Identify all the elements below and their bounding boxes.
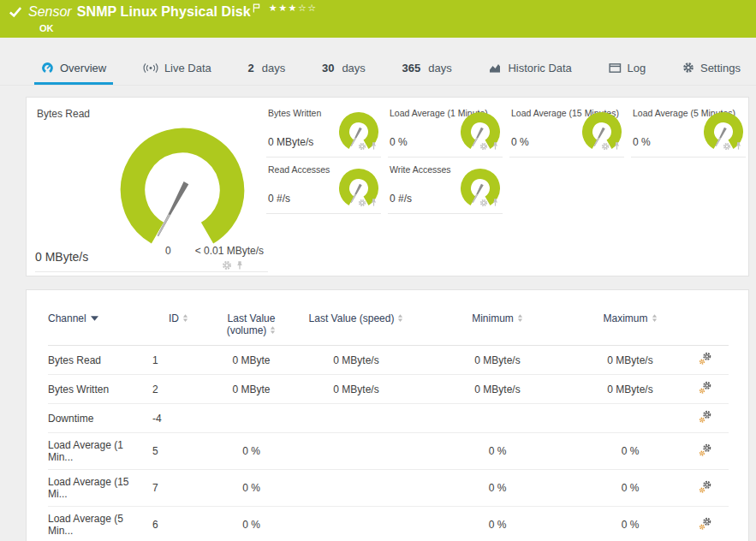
gauge-pin-icon[interactable] bbox=[370, 139, 378, 154]
object-kind-label: Sensor bbox=[28, 4, 72, 20]
tab-label: Live Data bbox=[164, 62, 211, 74]
table-row[interactable]: Bytes Written 2 0 MByte 0 MByte/s 0 MByt… bbox=[48, 375, 729, 404]
tab-label: days bbox=[342, 62, 365, 74]
sort-toggle-icon bbox=[517, 313, 523, 323]
small-gauge-value: 0 % bbox=[633, 136, 651, 148]
tab-settings[interactable]: Settings bbox=[676, 53, 747, 85]
historic-chart-icon bbox=[488, 62, 502, 74]
log-window-icon bbox=[609, 62, 622, 74]
divider bbox=[35, 271, 268, 272]
gauge-icon bbox=[41, 62, 54, 74]
primary-gauge-label: Bytes Read bbox=[37, 108, 90, 120]
small-gauge-label: Bytes Written bbox=[268, 108, 321, 118]
sensor-title: SNMP Linux Physical Disk bbox=[77, 4, 251, 20]
gauge-settings-gear-icon[interactable] bbox=[479, 139, 488, 154]
gauge-pin-icon[interactable] bbox=[613, 139, 621, 154]
table-row[interactable]: Load Average (1 Min... 5 0 % 0 % 0 % bbox=[48, 433, 729, 470]
small-gauges-grid: Bytes Written 0 MByte/s Load Average (1 … bbox=[266, 101, 746, 214]
tab-label: Overview bbox=[60, 62, 106, 74]
gauges-panel: Bytes Read 0 < 0.01 MByte/s 0 MByte/s By… bbox=[26, 97, 749, 276]
edit-channel-gears-icon[interactable] bbox=[699, 381, 712, 395]
priority-rating-stars[interactable]: ★★★☆☆ bbox=[269, 3, 318, 14]
small-gauge-cell[interactable]: Write Accesses 0 #/s bbox=[388, 158, 503, 214]
small-gauge-cell[interactable]: Bytes Written 0 MByte/s bbox=[266, 101, 381, 158]
status-badge: OK bbox=[39, 23, 54, 33]
table-row[interactable]: Load Average (15 Mi... 7 0 % 0 % 0 % bbox=[48, 470, 729, 507]
tab-label: days bbox=[262, 62, 285, 74]
primary-gauge[interactable] bbox=[117, 125, 247, 255]
small-gauge-cell[interactable]: Load Average (1 Minute) 0 % bbox=[388, 101, 503, 158]
small-gauge-label: Read Accesses bbox=[268, 164, 330, 175]
tab-30-days[interactable]: 30 days bbox=[315, 53, 372, 85]
gauge-scale-max: < 0.01 MByte/s bbox=[195, 245, 264, 257]
table-header-row: Channel ID Last Value (volume) Last Valu… bbox=[48, 312, 729, 346]
column-header-channel[interactable]: Channel bbox=[48, 312, 151, 346]
sort-toggle-icon bbox=[397, 313, 403, 323]
column-header-maximum[interactable]: Maximum bbox=[579, 312, 682, 346]
edit-channel-gears-icon[interactable] bbox=[699, 480, 712, 494]
tab-overview[interactable]: Overview bbox=[34, 53, 113, 85]
channel-name[interactable]: Load Average (15 Mi... bbox=[48, 470, 151, 507]
table-row[interactable]: Bytes Read 1 0 MByte 0 MByte/s 0 MByte/s… bbox=[48, 346, 729, 375]
small-gauge-value: 0 #/s bbox=[268, 193, 290, 205]
table-row[interactable]: Downtime -4 bbox=[48, 404, 729, 433]
tab-label: Historic Data bbox=[508, 62, 571, 74]
primary-gauge-value: 0 MByte/s bbox=[35, 250, 88, 264]
gauge-settings-gear-icon[interactable] bbox=[358, 195, 366, 211]
status-ok-check-icon bbox=[9, 6, 22, 18]
favorite-flag-icon[interactable] bbox=[253, 3, 260, 13]
tab-365-days[interactable]: 365 days bbox=[396, 53, 459, 85]
channel-name[interactable]: Load Average (5 Min... bbox=[48, 507, 151, 541]
edit-channel-gears-icon[interactable] bbox=[699, 517, 712, 531]
sensor-tab-bar: Overview Live Data 2 days 30 days 365 da… bbox=[0, 53, 756, 86]
settings-gear-icon bbox=[682, 62, 694, 74]
edit-channel-gears-icon[interactable] bbox=[699, 352, 712, 366]
small-gauge-label: Write Accesses bbox=[390, 164, 451, 175]
small-gauge-cell[interactable]: Read Accesses 0 #/s bbox=[266, 158, 381, 214]
channel-name[interactable]: Bytes Written bbox=[48, 375, 151, 404]
column-header-last-value-volume[interactable]: Last Value (volume) bbox=[206, 312, 296, 346]
gauge-settings-gear-icon[interactable] bbox=[479, 195, 488, 211]
sort-toggle-icon bbox=[270, 325, 276, 335]
channel-name[interactable]: Load Average (1 Min... bbox=[48, 433, 151, 470]
column-header-minimum[interactable]: Minimum bbox=[416, 312, 579, 346]
small-gauge-value: 0 % bbox=[511, 136, 529, 148]
small-gauge-value: 0 #/s bbox=[390, 193, 412, 205]
tab-2-days[interactable]: 2 days bbox=[241, 53, 293, 85]
column-header-edit bbox=[682, 312, 729, 346]
edit-channel-gears-icon[interactable] bbox=[699, 410, 712, 424]
sort-toggle-icon bbox=[182, 313, 188, 323]
edit-channel-gears-icon[interactable] bbox=[699, 443, 712, 457]
gauge-pin-icon[interactable] bbox=[491, 195, 499, 211]
small-gauge-cell[interactable]: Load Average (15 Minutes) 0 % bbox=[509, 101, 624, 158]
gauge-settings-gear-icon[interactable] bbox=[723, 139, 731, 154]
small-gauge-value: 0 MByte/s bbox=[268, 136, 313, 148]
gauge-pin-icon[interactable] bbox=[735, 139, 742, 154]
gauge-needle bbox=[156, 181, 189, 237]
channel-name[interactable]: Bytes Read bbox=[48, 346, 151, 375]
live-data-icon bbox=[143, 62, 158, 74]
gauge-pin-icon[interactable] bbox=[370, 195, 378, 211]
small-gauge-value: 0 % bbox=[390, 136, 408, 148]
gauge-scale-min: 0 bbox=[165, 245, 171, 257]
small-gauge-cell[interactable]: Load Average (5 Minutes) 0 % bbox=[631, 101, 746, 158]
gauge-pin-icon[interactable] bbox=[491, 139, 499, 154]
column-header-last-value-speed[interactable]: Last Value (speed) bbox=[296, 312, 416, 346]
tab-live-data[interactable]: Live Data bbox=[136, 53, 218, 85]
sensor-status-header: Sensor SNMP Linux Physical Disk ★★★☆☆ OK bbox=[0, 0, 756, 38]
sort-toggle-icon bbox=[652, 313, 658, 323]
tab-label: days bbox=[428, 62, 451, 74]
table-row[interactable]: Load Average (5 Min... 6 0 % 0 % 0 % bbox=[48, 507, 729, 541]
channel-table-panel: Channel ID Last Value (volume) Last Valu… bbox=[26, 289, 749, 541]
sort-desc-icon bbox=[91, 316, 98, 321]
column-header-id[interactable]: ID bbox=[151, 312, 206, 346]
tab-label: Settings bbox=[700, 62, 741, 74]
gauge-settings-gear-icon[interactable] bbox=[601, 139, 610, 154]
tab-historic-data[interactable]: Historic Data bbox=[481, 53, 578, 85]
channel-name[interactable]: Downtime bbox=[48, 404, 151, 433]
gauge-settings-gear-icon[interactable] bbox=[358, 139, 366, 154]
channel-table: Channel ID Last Value (volume) Last Valu… bbox=[48, 312, 729, 541]
tab-label: Log bbox=[628, 62, 646, 74]
tab-log[interactable]: Log bbox=[602, 53, 653, 85]
